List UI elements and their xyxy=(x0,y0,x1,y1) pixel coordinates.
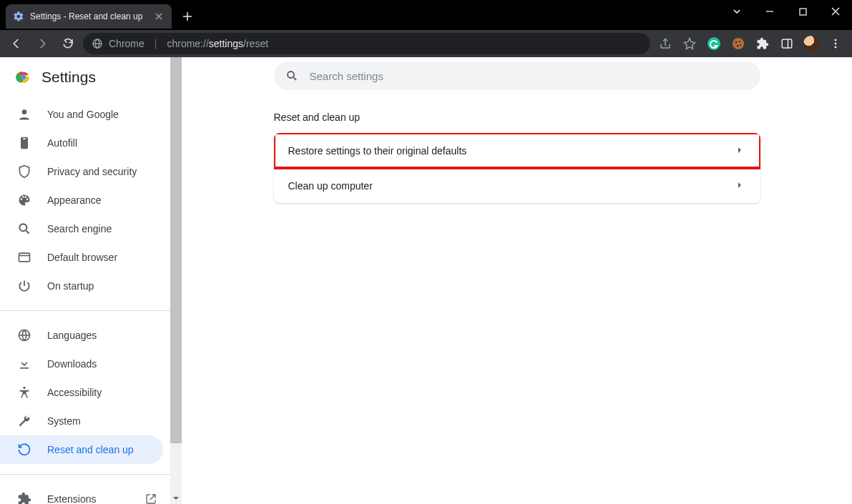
sidebar-item-autofill[interactable]: Autofill xyxy=(0,129,170,157)
reset-card: Restore settings to their original defau… xyxy=(274,133,760,203)
reload-button[interactable] xyxy=(57,33,79,54)
profile-avatar[interactable] xyxy=(800,33,822,54)
sidebar-item-label: Privacy and security xyxy=(47,166,137,177)
row-label: Clean up computer xyxy=(288,180,373,192)
search-settings[interactable] xyxy=(274,61,760,90)
browser-tab[interactable]: Settings - Reset and clean up xyxy=(6,4,172,29)
sidebar-scrollbar[interactable] xyxy=(170,57,182,504)
search-icon xyxy=(285,69,298,82)
sidebar-item-label: Extensions xyxy=(47,493,96,504)
svg-point-19 xyxy=(23,387,25,389)
sidebar-item-label: Languages xyxy=(47,330,97,341)
row-restore-defaults[interactable]: Restore settings to their original defau… xyxy=(274,133,760,168)
search-icon xyxy=(17,222,31,236)
site-info-icon[interactable] xyxy=(92,38,103,49)
window-controls xyxy=(720,0,852,23)
row-clean-up-computer[interactable]: Clean up computer xyxy=(274,168,760,203)
sidebar-item-system[interactable]: System xyxy=(0,407,170,435)
extensions-puzzle-icon[interactable] xyxy=(752,33,773,54)
chevron-right-icon xyxy=(735,180,746,192)
shield-icon xyxy=(17,164,31,179)
sidebar-item-label: Appearance xyxy=(47,194,102,206)
browser-toolbar: Chrome | chrome://settings/reset xyxy=(0,30,852,57)
svg-point-3 xyxy=(733,38,744,49)
settings-sidebar: Settings You and Google Autofill Privacy… xyxy=(0,57,170,504)
titlebar: Settings - Reset and clean up xyxy=(0,0,852,30)
svg-point-15 xyxy=(22,109,27,114)
sidebar-item-label: You and Google xyxy=(47,109,119,120)
settings-page: Settings You and Google Autofill Privacy… xyxy=(0,57,852,504)
minimize-button[interactable] xyxy=(753,0,786,23)
row-label: Restore settings to their original defau… xyxy=(288,145,467,157)
svg-point-7 xyxy=(740,44,741,46)
sidebar-item-reset[interactable]: Reset and clean up xyxy=(0,435,163,464)
open-in-new-icon xyxy=(145,493,157,504)
tab-title: Settings - Reset and clean up xyxy=(30,11,147,21)
back-button[interactable] xyxy=(6,33,27,54)
sidebar-item-default-browser[interactable]: Default browser xyxy=(0,243,170,272)
share-icon[interactable] xyxy=(655,33,676,54)
new-tab-button[interactable] xyxy=(177,6,197,26)
sidebar-divider xyxy=(0,310,170,311)
settings-header: Settings xyxy=(0,57,170,96)
sidebar-item-label: Downloads xyxy=(47,358,97,370)
palette-icon xyxy=(17,193,31,207)
sidebar-divider xyxy=(0,474,170,475)
svg-point-11 xyxy=(835,46,837,49)
close-tab-icon[interactable] xyxy=(153,11,165,22)
sidebar-item-downloads[interactable]: Downloads xyxy=(0,350,170,378)
accessibility-icon xyxy=(17,385,31,400)
sidebar-item-languages[interactable]: Languages xyxy=(0,321,170,350)
maximize-button[interactable] xyxy=(786,0,819,23)
url-text: chrome://settings/reset xyxy=(167,38,268,49)
download-icon xyxy=(17,357,31,371)
svg-rect-0 xyxy=(800,9,806,15)
chrome-logo-icon xyxy=(16,69,31,85)
svg-point-4 xyxy=(735,41,738,44)
forward-button[interactable] xyxy=(31,33,53,54)
chevron-right-icon xyxy=(735,145,746,157)
sidebar-item-accessibility[interactable]: Accessibility xyxy=(0,378,170,407)
chevron-down-icon[interactable] xyxy=(720,0,753,23)
settings-main: Reset and clean up Restore settings to t… xyxy=(182,57,852,504)
clipboard-icon xyxy=(17,136,31,150)
sidebar-item-label: Reset and clean up xyxy=(47,444,134,455)
person-icon xyxy=(17,107,31,122)
address-bar[interactable]: Chrome | chrome://settings/reset xyxy=(83,33,650,54)
sidebar-item-appearance[interactable]: Appearance xyxy=(0,186,170,214)
wrench-icon xyxy=(17,414,31,428)
extension-grammarly-icon[interactable] xyxy=(703,33,725,54)
sidebar-item-label: Accessibility xyxy=(47,387,102,398)
gear-icon xyxy=(13,11,24,22)
svg-point-9 xyxy=(835,39,837,41)
scroll-down-arrow[interactable] xyxy=(170,493,182,504)
svg-rect-17 xyxy=(19,253,30,262)
url-scheme-label: Chrome xyxy=(109,38,145,49)
sidebar-item-search-engine[interactable]: Search engine xyxy=(0,214,170,243)
sidebar-item-label: Search engine xyxy=(47,223,112,234)
browser-window-icon xyxy=(17,250,31,265)
sidebar-item-privacy[interactable]: Privacy and security xyxy=(0,157,170,186)
svg-point-20 xyxy=(288,71,294,78)
sidebar-item-label: System xyxy=(47,415,81,427)
tabstrip: Settings - Reset and clean up xyxy=(0,0,720,29)
power-icon xyxy=(17,279,31,293)
sidebar-item-you-and-google[interactable]: You and Google xyxy=(0,100,170,129)
settings-title: Settings xyxy=(41,69,96,86)
sidebar-item-extensions[interactable]: Extensions xyxy=(0,485,170,504)
side-panel-icon[interactable] xyxy=(776,33,798,54)
scrollbar-thumb[interactable] xyxy=(170,57,182,443)
svg-point-5 xyxy=(739,41,740,42)
sidebar-item-label: Autofill xyxy=(47,137,77,149)
sidebar-item-label: Default browser xyxy=(47,252,117,263)
svg-rect-8 xyxy=(782,39,792,48)
sidebar-item-label: On startup xyxy=(47,280,94,292)
close-window-button[interactable] xyxy=(819,0,852,23)
bookmark-star-icon[interactable] xyxy=(679,33,700,54)
search-input[interactable] xyxy=(308,69,749,83)
svg-point-6 xyxy=(737,45,738,46)
kebab-menu-icon[interactable] xyxy=(825,33,846,54)
sidebar-item-on-startup[interactable]: On startup xyxy=(0,272,170,300)
extension-cookie-icon[interactable] xyxy=(728,33,749,54)
svg-point-16 xyxy=(19,224,26,231)
